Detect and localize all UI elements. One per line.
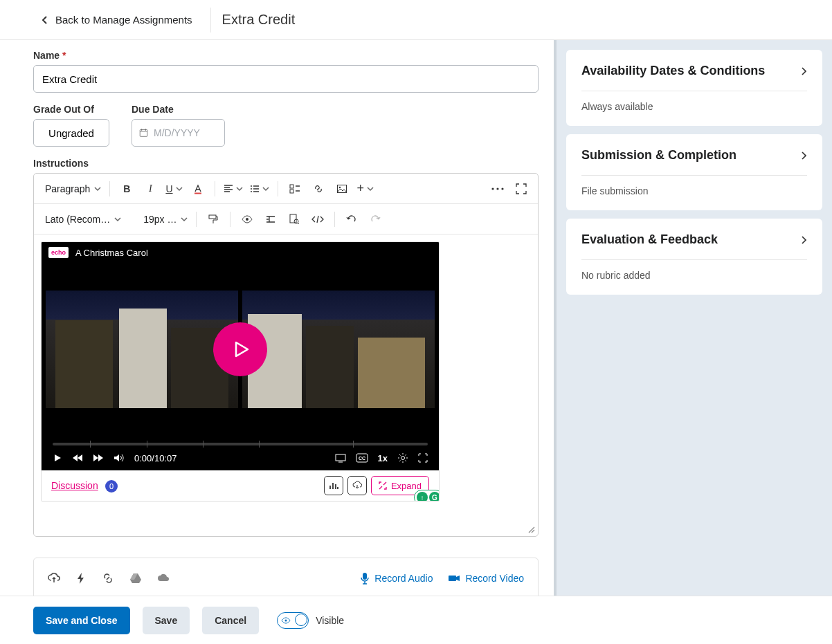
editor-content-area[interactable]: echo A Christmas Carol [34, 234, 538, 536]
svg-point-11 [501, 187, 503, 190]
rich-text-editor: Paragraph B I U + [33, 173, 539, 537]
record-audio-button[interactable]: Record Audio [360, 572, 433, 585]
equation-button[interactable] [260, 208, 282, 230]
gear-icon [397, 452, 408, 463]
onedrive-button[interactable] [157, 573, 171, 583]
due-date-input[interactable] [154, 127, 217, 138]
forward-button[interactable] [93, 453, 104, 463]
visibility-toggle[interactable] [277, 612, 309, 629]
download-button[interactable] [347, 476, 367, 495]
bullet-list-icon [250, 184, 260, 194]
video-controls: 0:00/10:07 CC 1x [42, 436, 439, 470]
italic-button[interactable]: I [139, 178, 161, 200]
main-layout: Name * Grade Out Of Ungraded Due Date In… [0, 40, 832, 596]
redo-button[interactable] [364, 208, 386, 230]
record-video-button[interactable]: Record Video [448, 573, 524, 584]
cancel-button[interactable]: Cancel [202, 607, 259, 634]
cloud-upload-icon [48, 572, 60, 585]
fullscreen-button[interactable] [510, 178, 532, 200]
grammarly-up-icon: ↑ [417, 492, 428, 502]
discussion-link-wrap[interactable]: Discussion 0 [51, 479, 118, 493]
right-sidebar: Availability Dates & Conditions Always a… [557, 40, 832, 596]
discussion-link[interactable]: Discussion [51, 480, 98, 491]
grade-out-of-select[interactable]: Ungraded [33, 119, 109, 147]
speed-button[interactable]: 1x [378, 453, 388, 463]
fullscreen-icon [516, 183, 527, 194]
bar-chart-icon [329, 481, 338, 490]
save-and-close-button[interactable]: Save and Close [33, 607, 130, 634]
find-replace-button[interactable] [283, 208, 305, 230]
play-icon [53, 453, 62, 463]
poll-button[interactable] [324, 476, 343, 495]
chevron-down-icon [94, 185, 101, 192]
accessibility-button[interactable] [236, 208, 258, 230]
video-title: A Christmas Carol [75, 248, 148, 258]
svg-rect-14 [290, 214, 296, 223]
list-button[interactable] [247, 178, 272, 200]
toggle-knob [295, 614, 307, 626]
insert-link-button[interactable] [307, 178, 329, 200]
panel-submission-header[interactable]: Submission & Completion [581, 148, 807, 163]
insert-more-button[interactable]: + [354, 178, 377, 200]
svg-point-13 [246, 218, 248, 221]
panel-evaluation: Evaluation & Feedback No rubric added [566, 219, 822, 295]
play-small-button[interactable] [53, 453, 62, 463]
panel-availability-subtext: Always available [581, 101, 807, 112]
volume-button[interactable] [114, 453, 125, 463]
svg-point-2 [251, 185, 252, 187]
align-button[interactable] [221, 178, 246, 200]
google-drive-button[interactable] [129, 573, 142, 584]
editor-toolbar-row-2: Lato (Recom… 19px … [34, 204, 538, 234]
settings-button[interactable] [397, 452, 408, 463]
svg-rect-12 [209, 215, 216, 219]
paint-roller-icon [208, 214, 219, 225]
font-family-select[interactable]: Lato (Recom… [39, 214, 124, 225]
bold-button[interactable]: B [116, 178, 138, 200]
insert-image-button[interactable] [331, 178, 353, 200]
underline-button[interactable]: U [163, 178, 185, 200]
save-button[interactable]: Save [143, 607, 190, 634]
video-timeline[interactable] [53, 443, 428, 445]
layout-icon [335, 453, 346, 463]
layout-button[interactable] [335, 453, 346, 463]
insert-quicklink-button[interactable] [284, 178, 306, 200]
fullscreen-video-button[interactable] [418, 453, 428, 463]
cc-button[interactable]: CC [356, 453, 368, 463]
rewind-button[interactable] [72, 453, 83, 463]
equation-icon [265, 214, 276, 225]
resize-handle-icon[interactable] [527, 525, 535, 533]
bolt-icon [75, 572, 87, 585]
source-code-button[interactable] [307, 208, 329, 230]
font-size-select[interactable]: 19px … [138, 214, 190, 225]
grammarly-badge[interactable]: ↑ G [414, 490, 440, 502]
expand-icon [379, 481, 387, 490]
dots-icon [491, 187, 504, 190]
eye-icon [281, 616, 291, 625]
due-date-label: Due Date [132, 104, 225, 115]
play-button[interactable] [213, 322, 267, 376]
panel-availability: Availability Dates & Conditions Always a… [566, 50, 822, 126]
editor-toolbar-row-1: Paragraph B I U + [34, 174, 538, 204]
panel-availability-header[interactable]: Availability Dates & Conditions [581, 64, 807, 78]
panel-evaluation-header[interactable]: Evaluation & Feedback [581, 232, 807, 247]
grammarly-g-icon: G [429, 492, 440, 502]
attach-link-button[interactable] [102, 572, 114, 585]
svg-rect-7 [337, 185, 346, 192]
back-link[interactable]: Back to Manage Assignments [33, 14, 202, 26]
quicklink-button[interactable] [75, 572, 87, 585]
video-time: 0:00/10:07 [134, 453, 177, 463]
more-actions-button[interactable] [487, 178, 509, 200]
text-color-button[interactable] [187, 178, 209, 200]
upload-file-button[interactable] [48, 572, 60, 585]
chevron-down-icon [236, 185, 243, 192]
instructions-label: Instructions [33, 158, 539, 169]
name-input[interactable] [33, 65, 539, 93]
paragraph-style-select[interactable]: Paragraph [39, 183, 104, 194]
undo-button[interactable] [341, 208, 363, 230]
video-footer: Discussion 0 Expand [42, 470, 439, 501]
panel-submission-subtext: File submission [581, 185, 807, 196]
grade-due-row: Grade Out Of Ungraded Due Date [33, 104, 539, 147]
format-painter-button[interactable] [202, 208, 224, 230]
undo-icon [346, 214, 357, 225]
due-date-input-wrap[interactable] [132, 119, 225, 147]
